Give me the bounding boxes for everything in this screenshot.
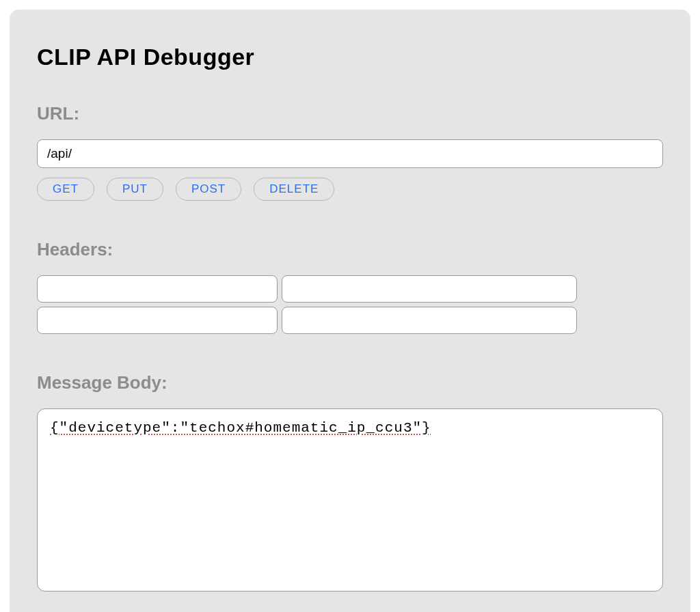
header-value-0[interactable] [282, 275, 577, 303]
header-key-1[interactable] [37, 307, 278, 334]
header-key-0[interactable] [37, 275, 278, 303]
delete-button[interactable]: DELETE [254, 178, 334, 201]
url-input[interactable] [37, 139, 663, 168]
message-body-textarea[interactable]: {"devicetype":"techox#homematic_ip_ccu3"… [37, 408, 663, 592]
header-value-1[interactable] [282, 307, 577, 334]
headers-label: Headers: [37, 239, 663, 260]
put-button[interactable]: PUT [107, 178, 163, 201]
method-buttons-row: GET PUT POST DELETE [37, 178, 663, 201]
page-title: CLIP API Debugger [37, 44, 663, 70]
headers-grid [37, 275, 663, 334]
url-label: URL: [37, 103, 663, 124]
post-button[interactable]: POST [176, 178, 241, 201]
get-button[interactable]: GET [37, 178, 94, 201]
body-label: Message Body: [37, 372, 663, 393]
debugger-panel: CLIP API Debugger URL: GET PUT POST DELE… [10, 10, 690, 612]
